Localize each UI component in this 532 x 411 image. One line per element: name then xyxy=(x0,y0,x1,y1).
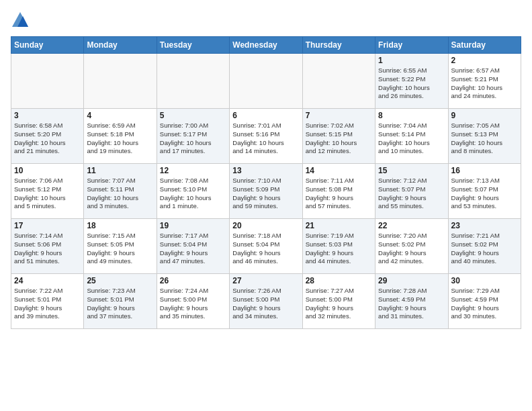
day-info: Sunrise: 7:17 AM Sunset: 5:04 PM Dayligh… xyxy=(160,232,226,266)
calendar-cell: 29Sunrise: 7:28 AM Sunset: 4:59 PM Dayli… xyxy=(375,274,448,329)
header-sunday: Sunday xyxy=(11,37,84,54)
day-number: 8 xyxy=(378,111,445,120)
day-number: 6 xyxy=(232,111,299,120)
day-info: Sunrise: 7:28 AM Sunset: 4:59 PM Dayligh… xyxy=(378,287,445,321)
calendar-cell xyxy=(302,54,375,109)
calendar-cell: 15Sunrise: 7:12 AM Sunset: 5:07 PM Dayli… xyxy=(375,164,448,219)
calendar-cell: 6Sunrise: 7:01 AM Sunset: 5:16 PM Daylig… xyxy=(230,109,302,164)
day-number: 21 xyxy=(306,221,372,230)
calendar-cell: 30Sunrise: 7:29 AM Sunset: 4:59 PM Dayli… xyxy=(448,274,521,329)
calendar-cell: 16Sunrise: 7:13 AM Sunset: 5:07 PM Dayli… xyxy=(448,164,521,219)
header xyxy=(11,11,521,30)
day-info: Sunrise: 7:00 AM Sunset: 5:17 PM Dayligh… xyxy=(160,122,226,156)
calendar-cell: 14Sunrise: 7:11 AM Sunset: 5:08 PM Dayli… xyxy=(302,164,375,219)
calendar-cell: 13Sunrise: 7:10 AM Sunset: 5:09 PM Dayli… xyxy=(230,164,302,219)
calendar-cell: 3Sunrise: 6:58 AM Sunset: 5:20 PM Daylig… xyxy=(11,109,84,164)
calendar-cell: 20Sunrise: 7:18 AM Sunset: 5:04 PM Dayli… xyxy=(230,219,302,274)
calendar-cell: 25Sunrise: 7:23 AM Sunset: 5:01 PM Dayli… xyxy=(84,274,157,329)
day-info: Sunrise: 7:04 AM Sunset: 5:14 PM Dayligh… xyxy=(378,122,445,156)
calendar-cell: 22Sunrise: 7:20 AM Sunset: 5:02 PM Dayli… xyxy=(375,219,448,274)
day-number: 4 xyxy=(87,111,153,120)
day-number: 9 xyxy=(451,111,518,120)
day-number: 3 xyxy=(14,111,81,120)
week-row-1: 3Sunrise: 6:58 AM Sunset: 5:20 PM Daylig… xyxy=(11,109,521,164)
day-info: Sunrise: 6:57 AM Sunset: 5:21 PM Dayligh… xyxy=(451,66,518,101)
header-tuesday: Tuesday xyxy=(157,37,229,54)
day-info: Sunrise: 7:10 AM Sunset: 5:09 PM Dayligh… xyxy=(232,177,299,211)
day-info: Sunrise: 7:29 AM Sunset: 4:59 PM Dayligh… xyxy=(451,287,518,321)
day-number: 25 xyxy=(87,276,153,285)
header-friday: Friday xyxy=(375,37,448,54)
day-number: 11 xyxy=(87,166,153,175)
day-number: 13 xyxy=(232,166,299,175)
day-info: Sunrise: 7:14 AM Sunset: 5:06 PM Dayligh… xyxy=(14,232,81,266)
day-info: Sunrise: 7:12 AM Sunset: 5:07 PM Dayligh… xyxy=(378,177,445,211)
day-number: 26 xyxy=(160,276,226,285)
calendar-cell: 10Sunrise: 7:06 AM Sunset: 5:12 PM Dayli… xyxy=(11,164,84,219)
calendar-cell xyxy=(11,54,84,109)
calendar-table: SundayMondayTuesdayWednesdayThursdayFrid… xyxy=(11,36,521,329)
day-number: 17 xyxy=(14,221,81,230)
day-number: 18 xyxy=(87,221,153,230)
day-info: Sunrise: 7:27 AM Sunset: 5:00 PM Dayligh… xyxy=(306,287,372,321)
day-number: 30 xyxy=(451,276,518,285)
day-number: 7 xyxy=(306,111,372,120)
calendar-cell: 28Sunrise: 7:27 AM Sunset: 5:00 PM Dayli… xyxy=(302,274,375,329)
week-row-3: 17Sunrise: 7:14 AM Sunset: 5:06 PM Dayli… xyxy=(11,219,521,274)
day-info: Sunrise: 7:18 AM Sunset: 5:04 PM Dayligh… xyxy=(232,232,299,266)
day-info: Sunrise: 6:55 AM Sunset: 5:22 PM Dayligh… xyxy=(378,66,445,101)
header-thursday: Thursday xyxy=(302,37,375,54)
calendar-cell: 7Sunrise: 7:02 AM Sunset: 5:15 PM Daylig… xyxy=(302,109,375,164)
day-info: Sunrise: 7:01 AM Sunset: 5:16 PM Dayligh… xyxy=(232,122,299,156)
calendar-cell: 5Sunrise: 7:00 AM Sunset: 5:17 PM Daylig… xyxy=(157,109,229,164)
day-info: Sunrise: 7:11 AM Sunset: 5:08 PM Dayligh… xyxy=(306,177,372,211)
day-number: 22 xyxy=(378,221,445,230)
calendar-cell: 27Sunrise: 7:26 AM Sunset: 5:00 PM Dayli… xyxy=(230,274,302,329)
day-number: 12 xyxy=(160,166,226,175)
day-number: 10 xyxy=(14,166,81,175)
header-saturday: Saturday xyxy=(448,37,521,54)
calendar-container: SundayMondayTuesdayWednesdayThursdayFrid… xyxy=(0,0,532,334)
day-info: Sunrise: 7:24 AM Sunset: 5:00 PM Dayligh… xyxy=(160,287,226,321)
day-info: Sunrise: 7:05 AM Sunset: 5:13 PM Dayligh… xyxy=(451,122,518,156)
calendar-cell xyxy=(230,54,302,109)
day-info: Sunrise: 7:06 AM Sunset: 5:12 PM Dayligh… xyxy=(14,177,81,211)
day-number: 14 xyxy=(306,166,372,175)
day-number: 23 xyxy=(451,221,518,230)
calendar-cell: 12Sunrise: 7:08 AM Sunset: 5:10 PM Dayli… xyxy=(157,164,229,219)
logo-icon xyxy=(11,11,30,30)
calendar-cell: 17Sunrise: 7:14 AM Sunset: 5:06 PM Dayli… xyxy=(11,219,84,274)
day-number: 15 xyxy=(378,166,445,175)
day-info: Sunrise: 7:15 AM Sunset: 5:05 PM Dayligh… xyxy=(87,232,153,266)
calendar-cell: 11Sunrise: 7:07 AM Sunset: 5:11 PM Dayli… xyxy=(84,164,157,219)
header-monday: Monday xyxy=(84,37,157,54)
day-number: 16 xyxy=(451,166,518,175)
calendar-cell: 24Sunrise: 7:22 AM Sunset: 5:01 PM Dayli… xyxy=(11,274,84,329)
week-row-4: 24Sunrise: 7:22 AM Sunset: 5:01 PM Dayli… xyxy=(11,274,521,329)
day-info: Sunrise: 7:23 AM Sunset: 5:01 PM Dayligh… xyxy=(87,287,153,321)
day-info: Sunrise: 7:02 AM Sunset: 5:15 PM Dayligh… xyxy=(306,122,372,156)
calendar-cell: 21Sunrise: 7:19 AM Sunset: 5:03 PM Dayli… xyxy=(302,219,375,274)
day-number: 2 xyxy=(451,56,518,65)
day-info: Sunrise: 7:13 AM Sunset: 5:07 PM Dayligh… xyxy=(451,177,518,211)
calendar-cell: 1Sunrise: 6:55 AM Sunset: 5:22 PM Daylig… xyxy=(375,54,448,109)
logo xyxy=(11,11,32,30)
calendar-cell xyxy=(84,54,157,109)
day-number: 5 xyxy=(160,111,226,120)
day-info: Sunrise: 7:07 AM Sunset: 5:11 PM Dayligh… xyxy=(87,177,153,211)
day-info: Sunrise: 7:20 AM Sunset: 5:02 PM Dayligh… xyxy=(378,232,445,266)
day-number: 29 xyxy=(378,276,445,285)
day-info: Sunrise: 7:21 AM Sunset: 5:02 PM Dayligh… xyxy=(451,232,518,266)
day-number: 19 xyxy=(160,221,226,230)
calendar-header-row: SundayMondayTuesdayWednesdayThursdayFrid… xyxy=(11,37,521,54)
header-wednesday: Wednesday xyxy=(230,37,302,54)
day-number: 24 xyxy=(14,276,81,285)
calendar-cell: 26Sunrise: 7:24 AM Sunset: 5:00 PM Dayli… xyxy=(157,274,229,329)
calendar-cell: 8Sunrise: 7:04 AM Sunset: 5:14 PM Daylig… xyxy=(375,109,448,164)
day-info: Sunrise: 7:26 AM Sunset: 5:00 PM Dayligh… xyxy=(232,287,299,321)
day-info: Sunrise: 7:19 AM Sunset: 5:03 PM Dayligh… xyxy=(306,232,372,266)
calendar-cell: 2Sunrise: 6:57 AM Sunset: 5:21 PM Daylig… xyxy=(448,54,521,109)
calendar-cell: 4Sunrise: 6:59 AM Sunset: 5:18 PM Daylig… xyxy=(84,109,157,164)
day-number: 27 xyxy=(232,276,299,285)
calendar-cell: 9Sunrise: 7:05 AM Sunset: 5:13 PM Daylig… xyxy=(448,109,521,164)
